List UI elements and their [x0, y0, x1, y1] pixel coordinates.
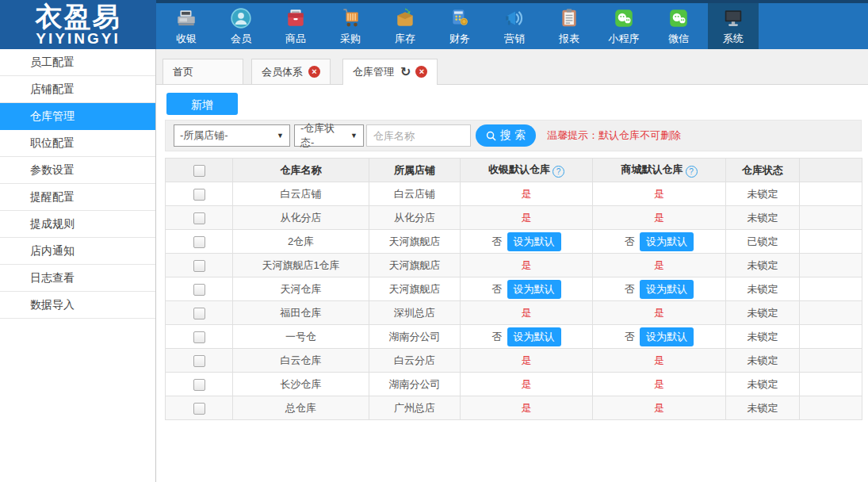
- nav-item-report[interactable]: 报表: [544, 3, 595, 49]
- store-cell: 天河旗舰店: [369, 254, 461, 277]
- set-default-button[interactable]: 设为默认: [640, 327, 694, 346]
- warning-text: 温馨提示：默认仓库不可删除: [547, 128, 681, 143]
- add-warehouse-button[interactable]: 新增: [166, 93, 238, 115]
- main-panel: 首页 会员体系 × 仓库管理 ↻ × 新增 -所属店铺- ▼ -仓库状态-: [156, 49, 868, 482]
- nav-item-marketing[interactable]: 营销: [489, 3, 540, 49]
- row-checkbox[interactable]: [193, 189, 205, 201]
- warehouse-name-cell: 总仓库: [233, 396, 369, 420]
- cashier-default-cell: 否设为默认: [461, 230, 593, 254]
- nav-item-purchase[interactable]: 采购: [325, 3, 376, 49]
- sidebar-item-position-config[interactable]: 职位配置: [0, 130, 155, 157]
- checkbox-cell: [166, 277, 233, 301]
- status-cell: 已锁定: [726, 230, 800, 254]
- sidebar-item-data-import[interactable]: 数据导入: [0, 292, 155, 319]
- warehouse-name-cell: 白云仓库: [233, 349, 369, 373]
- help-icon[interactable]: ?: [553, 166, 564, 178]
- status-cell: 未锁定: [726, 396, 800, 420]
- header-warehouse-name: 仓库名称: [233, 159, 369, 182]
- tab-close-icon[interactable]: ×: [308, 66, 320, 78]
- header-cashier-default: 收银默认仓库?: [461, 159, 593, 182]
- set-default-button[interactable]: 设为默认: [507, 327, 561, 346]
- nav-item-member[interactable]: 会员: [216, 3, 266, 49]
- row-checkbox[interactable]: [193, 379, 205, 391]
- sidebar-item-store-config[interactable]: 店铺配置: [0, 76, 155, 103]
- nav-item-label: 收银: [176, 32, 197, 46]
- status-cell: 未锁定: [726, 325, 800, 349]
- sidebar-item-store-notice[interactable]: 店内通知: [0, 238, 155, 265]
- row-checkbox[interactable]: [193, 331, 205, 343]
- sidebar-item-commission-rules[interactable]: 提成规则: [0, 211, 155, 238]
- checkbox-cell: [166, 325, 233, 349]
- mall-default-cell: 是: [593, 206, 726, 230]
- nav-item-goods[interactable]: 商品: [270, 3, 321, 49]
- header-mall-default: 商城默认仓库?: [593, 159, 726, 182]
- checkbox-cell: [166, 254, 233, 277]
- nav-item-miniprogram[interactable]: 小程序: [598, 3, 649, 49]
- row-checkbox[interactable]: [193, 355, 205, 367]
- status-cell: 未锁定: [726, 206, 800, 230]
- mall-default-cell: 是: [593, 349, 726, 373]
- warehouse-table: 仓库名称 所属店铺 收银默认仓库? 商城默认仓库? 仓库状态 白云店铺白云店铺是…: [165, 158, 862, 420]
- nav-item-wechat[interactable]: 微信: [653, 3, 704, 49]
- warehouse-name-cell: 长沙仓库: [233, 373, 369, 396]
- nav-item-system[interactable]: 系统: [708, 3, 759, 49]
- help-icon[interactable]: ?: [686, 166, 698, 178]
- sidebar-item-reminder-config[interactable]: 提醒配置: [0, 184, 155, 211]
- nav-item-label: 微信: [668, 32, 689, 46]
- empty-cell: [800, 325, 862, 349]
- set-default-button[interactable]: 设为默认: [507, 232, 561, 251]
- tab-close-icon[interactable]: ×: [415, 66, 427, 78]
- default-yes-value: 是: [522, 354, 532, 366]
- set-default-button[interactable]: 设为默认: [507, 280, 561, 299]
- sidebar-item-parameter-settings[interactable]: 参数设置: [0, 157, 155, 184]
- status-filter-select[interactable]: -仓库状态- ▼: [294, 124, 364, 147]
- nav-item-label: 商品: [285, 32, 306, 46]
- cashier-default-cell: 是: [461, 349, 593, 373]
- row-checkbox[interactable]: [193, 212, 205, 224]
- select-all-checkbox[interactable]: [193, 165, 205, 177]
- sidebar-item-warehouse-management[interactable]: 仓库管理: [0, 103, 155, 130]
- status-filter-value: -仓库状态-: [300, 121, 344, 150]
- header-empty: [800, 159, 862, 182]
- search-button[interactable]: 搜 索: [476, 124, 536, 147]
- set-default-button[interactable]: 设为默认: [640, 232, 694, 251]
- store-filter-select[interactable]: -所属店铺- ▼: [174, 124, 290, 147]
- report-clipboard-icon: [558, 7, 580, 29]
- tab-home[interactable]: 首页: [163, 59, 243, 84]
- row-checkbox[interactable]: [193, 260, 205, 272]
- nav-item-inventory[interactable]: 库存: [380, 3, 430, 49]
- tab-member-system[interactable]: 会员体系 ×: [251, 59, 331, 84]
- row-checkbox[interactable]: [193, 403, 205, 415]
- row-checkbox[interactable]: [193, 308, 205, 319]
- checkbox-cell: [166, 396, 233, 420]
- default-yes-value: 是: [654, 188, 664, 200]
- status-cell: 未锁定: [726, 254, 800, 277]
- search-button-label: 搜 索: [500, 128, 526, 143]
- sidebar-item-log-view[interactable]: 日志查看: [0, 265, 155, 292]
- nav-item-finance[interactable]: 财务: [434, 3, 485, 49]
- default-yes-value: 是: [654, 307, 664, 319]
- top-nav: 收银 会员 商品: [156, 0, 868, 49]
- sidebar-item-employee-config[interactable]: 员工配置: [0, 49, 155, 76]
- miniprogram-icon: [613, 7, 635, 29]
- nav-item-cashier[interactable]: 收银: [161, 3, 212, 49]
- warehouse-name-input[interactable]: [366, 124, 471, 147]
- set-default-button[interactable]: 设为默认: [640, 280, 694, 299]
- mall-default-cell: 是: [593, 396, 726, 420]
- row-checkbox[interactable]: [193, 236, 205, 248]
- row-checkbox[interactable]: [193, 284, 205, 296]
- store-cell: 从化分店: [369, 206, 461, 230]
- empty-cell: [800, 182, 862, 206]
- tab-warehouse-management[interactable]: 仓库管理 ↻ ×: [342, 59, 438, 85]
- tab-refresh-icon[interactable]: ↻: [400, 64, 411, 79]
- table-row: 总仓库广州总店是是未锁定: [166, 396, 862, 420]
- logo: 衣盈易 YIYINGYI: [0, 0, 156, 49]
- table-row: 从化分店从化分店是是未锁定: [166, 206, 862, 230]
- store-cell: 白云分店: [369, 349, 461, 373]
- cashier-default-cell: 否设为默认: [461, 277, 593, 301]
- empty-cell: [800, 230, 862, 254]
- mall-default-cell: 是: [593, 182, 726, 206]
- finance-icon: [449, 7, 471, 29]
- table-row: 天河仓库天河旗舰店否设为默认否设为默认未锁定: [166, 277, 862, 301]
- default-yes-value: 是: [654, 212, 664, 224]
